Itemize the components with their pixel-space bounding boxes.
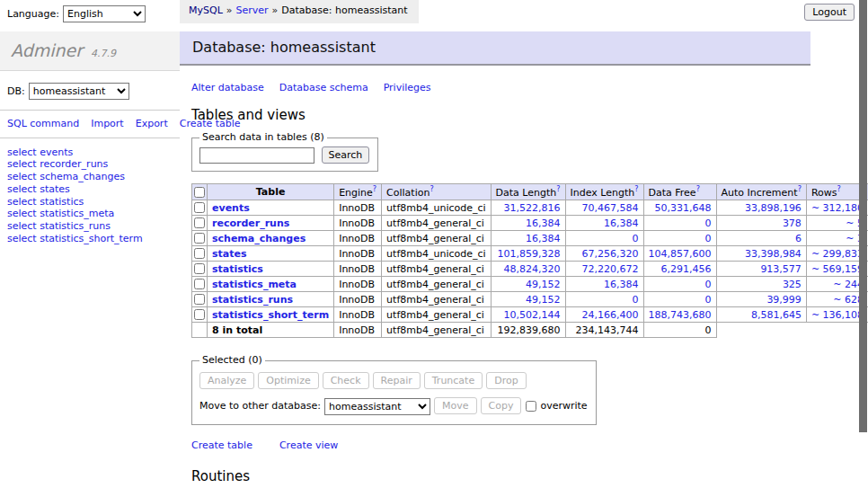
select-link[interactable]: select — [7, 146, 37, 158]
data-length-link[interactable]: 16,384 — [526, 233, 561, 245]
table-name-link[interactable]: schema_changes — [212, 233, 306, 244]
rows-link[interactable]: ~ 312,180 — [811, 202, 864, 215]
column-help-link[interactable]: ? — [798, 185, 802, 193]
create-table-link[interactable]: Create table — [191, 439, 252, 451]
row-checkbox[interactable] — [194, 279, 205, 289]
logout-button[interactable]: Logout — [804, 4, 855, 21]
auto-increment-link[interactable]: 6 — [795, 233, 802, 245]
breadcrumb-mysql-link[interactable]: MySQL — [189, 4, 223, 16]
index-length-link[interactable]: 0 — [633, 294, 639, 306]
data-length-link[interactable]: 49,152 — [526, 279, 561, 291]
table-name-link[interactable]: statistics_meta — [212, 279, 297, 290]
sidebar-table-link[interactable]: events — [40, 146, 73, 158]
sidebar-table-link[interactable]: statistics — [40, 196, 84, 208]
data-length-link[interactable]: 101,859,328 — [498, 248, 561, 261]
sidebar-action-link[interactable]: Import — [91, 118, 124, 129]
check-button[interactable]: Check — [323, 372, 369, 389]
row-checkbox[interactable] — [194, 202, 205, 213]
copy-button[interactable]: Copy — [481, 397, 522, 414]
row-checkbox[interactable] — [194, 248, 205, 259]
column-help-link[interactable]: ? — [556, 185, 560, 193]
sidebar-table-link[interactable]: states — [40, 183, 70, 195]
table-name-link[interactable]: events — [212, 202, 250, 214]
sidebar-table-link[interactable]: statistics_runs — [40, 220, 111, 232]
select-link[interactable]: select — [7, 196, 37, 208]
move-db-select[interactable]: homeassistant — [324, 398, 430, 415]
auto-increment-link[interactable]: 913,577 — [760, 263, 802, 276]
auto-increment-link[interactable]: 33,398,984 — [745, 248, 802, 261]
row-checkbox[interactable] — [194, 217, 205, 228]
search-button[interactable]: Search — [322, 146, 370, 164]
index-length-link[interactable]: 70,467,584 — [582, 202, 639, 215]
optimize-button[interactable]: Optimize — [258, 372, 318, 389]
index-length-link[interactable]: 72,220,672 — [582, 263, 639, 276]
data-free-link[interactable]: 104,857,600 — [649, 248, 712, 261]
auto-increment-link[interactable]: 39,999 — [766, 294, 802, 306]
auto-increment-link[interactable]: 325 — [783, 279, 802, 291]
select-all-checkbox[interactable] — [194, 187, 205, 198]
index-length-link[interactable]: 67,256,320 — [582, 248, 639, 261]
breadcrumb-server-link[interactable]: Server — [236, 4, 269, 16]
auto-increment-link[interactable]: 33,898,196 — [745, 202, 802, 215]
column-help-link[interactable]: ? — [373, 185, 376, 193]
table-name-link[interactable]: statistics_runs — [212, 294, 293, 306]
column-help-link[interactable]: ? — [634, 185, 638, 193]
index-length-link[interactable]: 0 — [633, 233, 639, 245]
data-free-link[interactable]: 0 — [705, 217, 712, 230]
data-length-link[interactable]: 48,824,320 — [504, 263, 561, 276]
sidebar-table-link[interactable]: statistics_meta — [40, 208, 114, 219]
rows-link[interactable]: ~ 136,108 — [811, 309, 864, 322]
overwrite-checkbox[interactable] — [526, 401, 536, 412]
select-link[interactable]: select — [7, 183, 37, 195]
data-length-link[interactable]: 16,384 — [526, 217, 561, 230]
data-free-link[interactable]: 50,331,648 — [655, 202, 712, 215]
row-checkbox[interactable] — [194, 294, 205, 305]
row-checkbox[interactable] — [194, 263, 205, 274]
sidebar-table-link[interactable]: schema_changes — [40, 171, 125, 182]
row-checkbox[interactable] — [194, 233, 205, 244]
table-name-link[interactable]: states — [212, 248, 247, 260]
index-length-link[interactable]: 16,384 — [604, 217, 639, 230]
data-length-link[interactable]: 31,522,816 — [504, 202, 561, 215]
column-help-link[interactable]: ? — [837, 185, 840, 193]
table-name-link[interactable]: statistics — [212, 263, 263, 275]
select-link[interactable]: select — [7, 171, 37, 182]
table-name-link[interactable]: statistics_short_term — [212, 309, 329, 321]
sidebar-table-link[interactable]: recorder_runs — [40, 158, 108, 170]
table-name-link[interactable]: recorder_runs — [212, 217, 289, 229]
create-view-link[interactable]: Create view — [279, 439, 338, 451]
rows-link[interactable]: ~ 569,159 — [811, 263, 864, 276]
repair-button[interactable]: Repair — [373, 372, 421, 389]
sidebar-action-link[interactable]: SQL command — [7, 118, 79, 129]
sidebar-table-link[interactable]: statistics_short_term — [40, 233, 142, 244]
data-free-link[interactable]: 0 — [705, 279, 712, 291]
overwrite-label[interactable]: overwrite — [540, 400, 587, 412]
column-help-link[interactable]: ? — [696, 185, 700, 193]
row-checkbox[interactable] — [194, 309, 205, 320]
scrollbar-thumb[interactable] — [859, 0, 867, 432]
database-nav-link[interactable]: Database schema — [279, 82, 368, 93]
rows-link[interactable]: ~ 299,833 — [811, 248, 864, 261]
data-length-link[interactable]: 49,152 — [526, 294, 561, 306]
move-button[interactable]: Move — [434, 397, 477, 414]
search-input[interactable] — [199, 147, 314, 164]
sidebar-action-link[interactable]: Export — [136, 118, 168, 129]
index-length-link[interactable]: 16,384 — [604, 279, 639, 291]
truncate-button[interactable]: Truncate — [424, 372, 483, 389]
select-link[interactable]: select — [7, 208, 37, 219]
select-link[interactable]: select — [7, 158, 37, 170]
select-link[interactable]: select — [7, 233, 37, 244]
database-nav-link[interactable]: Alter database — [191, 82, 264, 93]
auto-increment-link[interactable]: 378 — [783, 217, 802, 230]
data-free-link[interactable]: 0 — [705, 233, 712, 245]
db-select[interactable]: homeassistant — [29, 83, 129, 100]
data-free-link[interactable]: 188,743,680 — [649, 309, 712, 322]
select-link[interactable]: select — [7, 220, 37, 232]
database-nav-link[interactable]: Privileges — [384, 82, 431, 93]
column-help-link[interactable]: ? — [430, 185, 433, 193]
data-free-link[interactable]: 0 — [705, 294, 712, 306]
analyze-button[interactable]: Analyze — [199, 372, 254, 389]
data-free-link[interactable]: 6,291,456 — [661, 263, 712, 276]
index-length-link[interactable]: 24,166,400 — [582, 309, 639, 322]
auto-increment-link[interactable]: 8,581,645 — [751, 309, 802, 322]
